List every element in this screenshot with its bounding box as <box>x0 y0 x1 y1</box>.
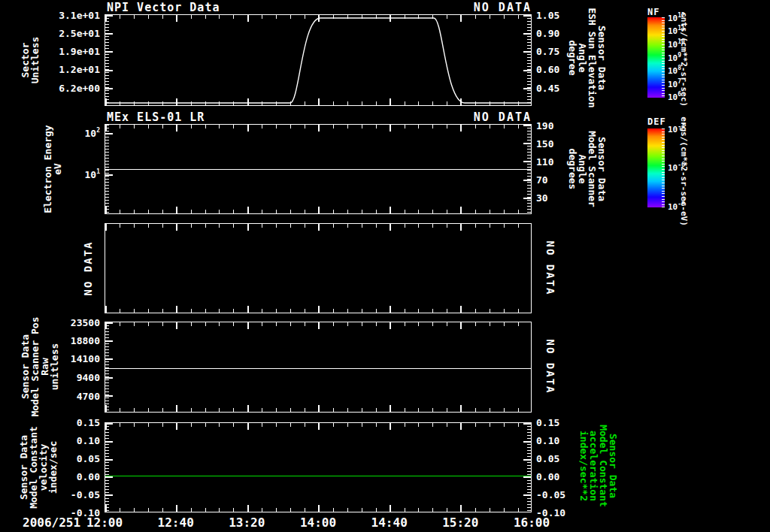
y-tick-label: 3.1e+01 <box>59 10 100 21</box>
y-tick-label: 0.15 <box>536 417 559 428</box>
y-tick-label: 110 <box>536 156 553 168</box>
panel1-status-no-data: NO DATA <box>105 1 532 14</box>
panel-empty-plot <box>105 223 532 313</box>
panel-npi-plot <box>105 14 532 106</box>
y-tick-label: 0.60 <box>536 64 559 75</box>
x-major-ticks-bottom <box>105 505 531 512</box>
panel5-left-axis-caption: Sensor DataModel Constant velocityindex/… <box>19 426 58 509</box>
y-tick-label: -0.05 <box>71 489 100 500</box>
y-tick-label: 0.75 <box>536 46 559 57</box>
y-tick-label: 0.90 <box>536 28 559 39</box>
y-tick-label: 1.2e+01 <box>59 64 100 75</box>
panel3-left-no-data: NO DATA <box>83 240 93 295</box>
x-major-ticks-top <box>105 423 531 430</box>
sun-elevation-curve <box>105 15 531 105</box>
y-tick-label-log: 101 <box>85 169 100 180</box>
colorbar-def <box>647 128 665 207</box>
panel5-right-axis-caption: Sensor DataModel Constant accelerationin… <box>579 425 618 507</box>
y-major-tick-1e2 <box>105 133 113 135</box>
x-major-ticks-bottom <box>105 207 531 213</box>
colorbar-nf <box>647 17 665 98</box>
y-tick-label: 150 <box>536 138 553 150</box>
y-tick-label: 190 <box>536 120 553 131</box>
panel-velocity-plot <box>105 422 532 512</box>
x-major-ticks-top <box>105 125 531 131</box>
panel2-status-no-data: NO DATA <box>105 110 532 124</box>
y-tick-label: 2.5e+01 <box>59 28 100 39</box>
colorbar-nf-unit: cnts/(cm**2-sr-sec) <box>679 12 689 107</box>
y-tick-label: 23500 <box>71 317 100 328</box>
panel-scanner-pos-plot <box>105 322 532 413</box>
x-tick-label: 14:00 <box>300 515 336 530</box>
y-tick-label: 70 <box>536 174 548 186</box>
x-tick-label: 12:00 <box>86 515 123 530</box>
panel2-right-axis-caption: Sensor DataModel Scanner Angledegrees <box>568 131 607 207</box>
panel4-left-axis-caption: Sensor DataModel Scanner Pos Rawunitless <box>20 316 59 416</box>
y-tick-label: 9400 <box>77 372 100 383</box>
y-tick-label: 0.10 <box>77 435 100 446</box>
y-tick-label: 0.10 <box>536 435 559 446</box>
x-tick-label: 15:20 <box>442 515 478 530</box>
y-major-tick-1e1 <box>105 174 113 176</box>
x-tick-label: 16:00 <box>514 515 550 530</box>
y-tick-label: 0.45 <box>536 83 559 94</box>
y-tick-label: 14100 <box>71 353 100 364</box>
colorbar-ticks <box>662 17 665 98</box>
x-major-ticks-bottom <box>105 405 531 412</box>
constant-energy-line <box>105 169 531 170</box>
x-tick-label: 13:20 <box>229 515 265 530</box>
x-tick-label: 12:40 <box>158 515 194 530</box>
y-tick-label: 0.05 <box>77 453 100 464</box>
panel2-left-axis-caption: Electron EnergyeV <box>43 125 62 213</box>
date-label: 2006/251 <box>23 515 80 530</box>
y-major-ticks-left <box>105 423 113 512</box>
y-tick-label: 0.05 <box>536 453 559 464</box>
colorbar-def-title: DEF <box>647 116 666 127</box>
y-tick-label: 4700 <box>77 391 100 402</box>
constant-scanner-pos-line <box>105 368 531 369</box>
colorbar-ticks <box>662 128 665 207</box>
y-tick-label: -0.05 <box>536 489 565 500</box>
panel-els-plot <box>105 124 532 214</box>
x-major-ticks-top <box>105 224 531 231</box>
y-tick-label-log: 102 <box>85 128 100 139</box>
y-tick-label: 18800 <box>71 335 100 346</box>
colorbar-nf-title: NF <box>647 7 659 17</box>
constant-velocity-line <box>105 476 531 476</box>
plot-page: NPI Vector Data NO DATA MEx ELS-01 LR NO… <box>0 0 770 532</box>
y-tick-label: 6.2e+00 <box>59 83 100 94</box>
y-tick-label: 1.05 <box>536 10 559 21</box>
x-major-ticks-top <box>105 322 531 329</box>
y-major-ticks-right <box>523 423 531 512</box>
colorbar-def-unit: ergs/(cm**2-sr-sec-eV) <box>679 116 689 226</box>
y-major-ticks-left <box>105 322 113 412</box>
panel1-right-axis-caption: Sensor DataESH Sun Elevation Angledegree <box>568 8 607 107</box>
panel3-right-no-data: NO DATA <box>545 240 555 295</box>
y-tick-label: 0.00 <box>77 471 100 482</box>
y-tick-label: 30 <box>536 192 548 204</box>
panel4-right-no-data: NO DATA <box>545 339 555 394</box>
y-tick-label: 1.9e+01 <box>59 46 100 57</box>
y-tick-label: 0.00 <box>536 471 559 482</box>
x-major-ticks-bottom <box>105 306 531 313</box>
panel1-left-axis-caption: SectorUnitless <box>20 37 40 84</box>
y-tick-label: 0.15 <box>77 417 100 428</box>
x-tick-label: 14:40 <box>371 515 408 530</box>
